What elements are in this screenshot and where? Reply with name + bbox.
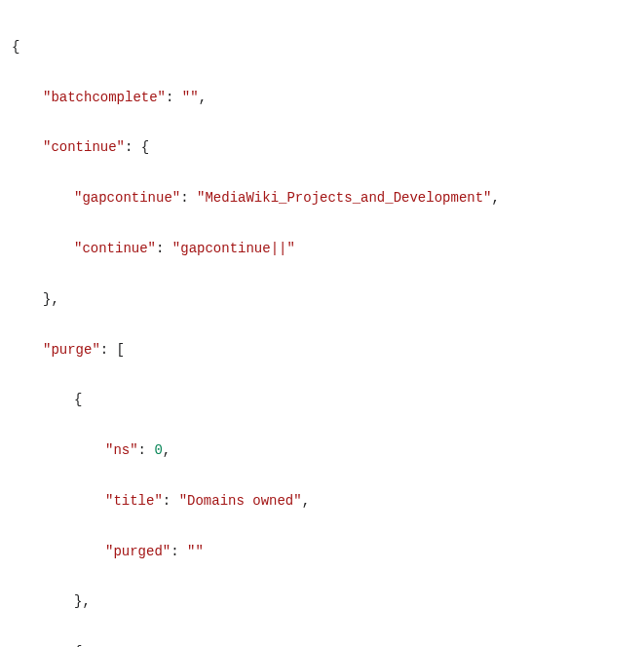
json-output: { "batchcomplete": "", "continue": { "ga… [0,0,644,647]
